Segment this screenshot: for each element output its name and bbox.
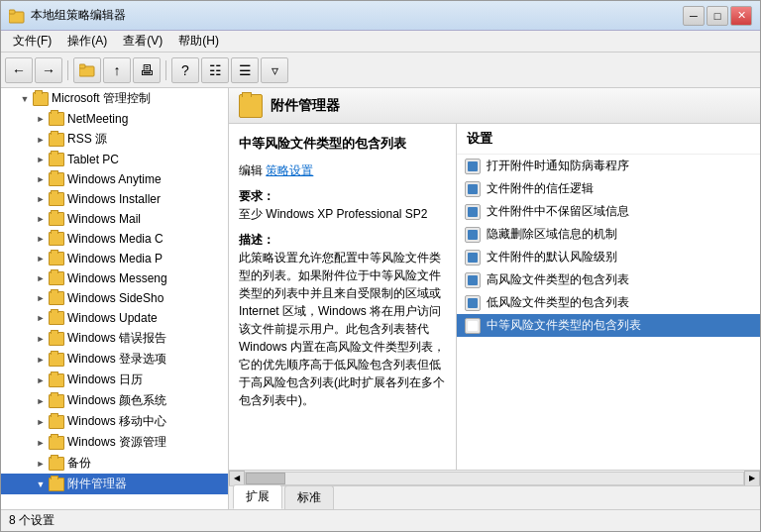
tree-item-tablet[interactable]: ► Tablet PC [1,150,228,169]
tab-expand[interactable]: 扩展 [233,484,282,509]
settings-item-7[interactable]: 中等风险文件类型的包含列表 [457,314,760,337]
expander-login[interactable]: ► [33,352,49,368]
computer-button[interactable]: 🖶 [133,57,161,83]
settings-icon-2 [465,204,481,220]
tree-item-error[interactable]: ► Windows 错误报告 [1,328,228,349]
tree-item-sideshow[interactable]: ► Windows SideSho [1,288,228,308]
status-text: 8 个设置 [9,512,54,529]
tree-item-messenger[interactable]: ► Windows Messeng [1,268,228,288]
settings-icon-6 [465,295,481,311]
back-button[interactable]: ← [5,57,33,83]
settings-item-2[interactable]: 文件附件中不保留区域信息 [457,200,760,223]
folder-icon-update [49,311,64,325]
tree-label-netmeeting: NetMeeting [67,112,128,126]
folder-icon-installer [49,192,64,206]
tree-item-netmeeting[interactable]: ► NetMeeting [1,109,228,129]
help-button[interactable]: ? [171,57,199,83]
hscroll-right-btn[interactable]: ▶ [744,471,760,486]
expander-color[interactable]: ► [33,393,49,409]
settings-item-5[interactable]: 高风险文件类型的包含列表 [457,268,760,291]
tree-item-mediap[interactable]: ► Windows Media P [1,249,228,268]
desc-req-label: 要求： [239,189,274,203]
folder-icon-login [49,353,64,367]
horizontal-scrollbar[interactable]: ◀ ▶ [229,470,760,485]
menu-view[interactable]: 查看(V) [115,31,170,52]
expander-installer[interactable]: ► [33,191,49,207]
tree-item-explorer[interactable]: ► Windows 资源管理 [1,432,228,453]
menu-help[interactable]: 帮助(H) [170,31,227,52]
tree-item-mobile[interactable]: ► Windows 移动中心 [1,411,228,432]
expander-error[interactable]: ► [33,331,49,347]
folder-icon-mobile [49,415,64,429]
desc-policy-link[interactable]: 策略设置 [266,163,313,177]
main-area: ▼ Microsoft 管理控制 ► NetMeeting ► RSS 源 [1,88,760,509]
settings-item-6[interactable]: 低风险文件类型的包含列表 [457,291,760,314]
settings-label-5: 高风险文件类型的包含列表 [487,271,629,288]
folder-icon-calendar [49,373,64,387]
desc-req-section: 要求： 至少 Windows XP Professional SP2 [239,187,446,223]
expander-mail[interactable]: ► [33,211,49,227]
folder-icon-color [49,394,64,408]
folder-icon-backup [49,457,64,471]
expander-anytime[interactable]: ► [33,171,49,187]
expander-attachment[interactable]: ▼ [33,477,49,492]
filter-button[interactable]: ▿ [261,57,288,83]
tree-item-mediac[interactable]: ► Windows Media C [1,229,228,249]
settings-item-0[interactable]: 打开附件时通知防病毒程序 [457,155,760,177]
tree-item-mail[interactable]: ► Windows Mail [1,209,228,229]
tree-item-rss[interactable]: ► RSS 源 [1,129,228,150]
tree-item-backup[interactable]: ► 备份 [1,453,228,474]
hscroll-track[interactable] [245,472,744,485]
close-button[interactable]: ✕ [730,6,752,26]
detail-button[interactable]: ☰ [231,57,259,83]
tree-item-microsoft[interactable]: ▼ Microsoft 管理控制 [1,88,228,109]
tree-item-update[interactable]: ► Windows Update [1,308,228,328]
settings-icon-7 [465,318,481,334]
expander-explorer[interactable]: ► [33,435,49,451]
title-bar: 本地组策略编辑器 ─ □ ✕ [1,1,760,31]
expander-backup[interactable]: ► [33,456,49,472]
expander-sideshow[interactable]: ► [33,290,49,306]
tree-item-calendar[interactable]: ► Windows 日历 [1,370,228,390]
tree-item-color[interactable]: ► Windows 颜色系统 [1,390,228,411]
folder-icon-explorer [49,436,64,450]
expander-mediap[interactable]: ► [33,251,49,266]
main-window: 本地组策略编辑器 ─ □ ✕ 文件(F) 操作(A) 查看(V) 帮助(H) ←… [0,0,761,532]
description-panel: 中等风险文件类型的包含列表 编辑 策略设置 要求： 至少 Windows XP … [229,124,457,470]
expander-update[interactable]: ► [33,310,49,326]
expander-netmeeting[interactable]: ► [33,111,49,127]
expander-calendar[interactable]: ► [33,372,49,388]
up-button[interactable]: ↑ [103,57,131,83]
settings-item-3[interactable]: 隐藏删除区域信息的机制 [457,223,760,246]
expander-rss[interactable]: ► [33,132,49,148]
tree-item-login[interactable]: ► Windows 登录选项 [1,349,228,370]
list-button[interactable]: ☷ [201,57,229,83]
folder-icon-attachment [49,478,64,491]
minimize-button[interactable]: ─ [683,6,705,26]
tab-standard[interactable]: 标准 [284,485,334,509]
menu-action[interactable]: 操作(A) [59,31,115,52]
menu-file[interactable]: 文件(F) [5,31,59,52]
desc-edit-label: 编辑 [239,163,263,177]
settings-label-7: 中等风险文件类型的包含列表 [487,317,641,334]
expander-mobile[interactable]: ► [33,414,49,430]
folder-icon-mediap [49,252,64,266]
tree-panel[interactable]: ▼ Microsoft 管理控制 ► NetMeeting ► RSS 源 [1,88,229,509]
maximize-button[interactable]: □ [707,6,728,26]
expander-messenger[interactable]: ► [33,270,49,286]
toolbar: ← → ↑ 🖶 ? ☷ ☰ ▿ [1,53,760,88]
tree-item-installer[interactable]: ► Windows Installer [1,189,228,209]
expander-tablet[interactable]: ► [33,152,49,167]
forward-button[interactable]: → [35,57,62,83]
folder-button[interactable] [73,57,101,83]
settings-item-1[interactable]: 文件附件的信任逻辑 [457,177,760,200]
tree-label-sideshow: Windows SideSho [67,291,163,305]
settings-item-4[interactable]: 文件附件的默认风险级别 [457,246,760,268]
expander-microsoft[interactable]: ▼ [17,91,33,107]
settings-panel: 设置 打开附件时通知防病毒程序 文件附件的信任逻辑 文件附件中不保留区域信 [457,124,760,470]
expander-mediac[interactable]: ► [33,231,49,247]
tree-item-attachment[interactable]: ▼ 附件管理器 [1,474,228,494]
tree-label-update: Windows Update [67,311,158,325]
settings-icon-0 [465,159,481,174]
tree-item-anytime[interactable]: ► Windows Anytime [1,169,228,189]
